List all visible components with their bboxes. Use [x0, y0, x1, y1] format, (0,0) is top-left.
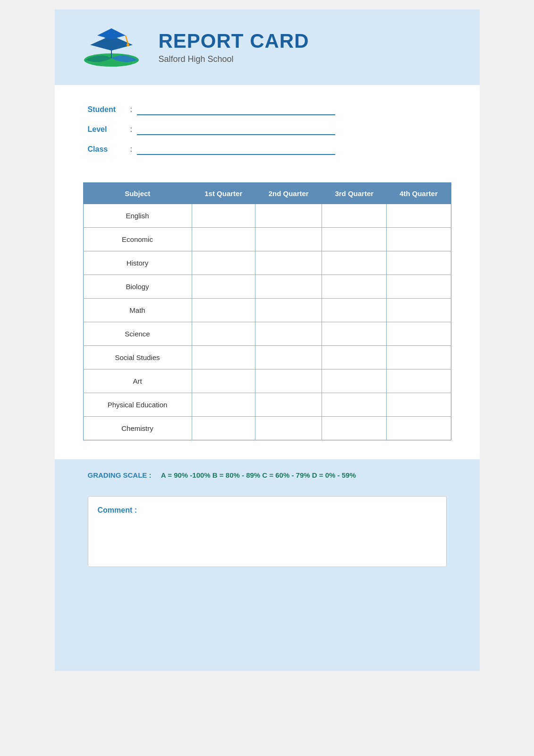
grade-q3-cell[interactable] — [322, 369, 387, 393]
col-q4: 4th Quarter — [387, 183, 451, 205]
grade-q4-cell[interactable] — [387, 299, 451, 322]
grade-q3-cell[interactable] — [322, 393, 387, 417]
grade-q3-cell[interactable] — [322, 228, 387, 251]
grade-q1-cell[interactable] — [192, 204, 255, 228]
subject-cell: Art — [83, 369, 192, 393]
grade-q4-cell[interactable] — [387, 251, 451, 275]
student-label: Student — [88, 105, 130, 114]
grade-q4-cell[interactable] — [387, 369, 451, 393]
grade-q2-cell[interactable] — [255, 204, 322, 228]
table-row: Physical Education — [83, 393, 451, 417]
subject-cell: Science — [83, 322, 192, 346]
grade-q2-cell[interactable] — [255, 369, 322, 393]
school-logo — [81, 26, 142, 69]
grade-q3-cell[interactable] — [322, 251, 387, 275]
subject-cell: Economic — [83, 228, 192, 251]
grade-q2-cell[interactable] — [255, 299, 322, 322]
table-row: Social Studies — [83, 346, 451, 369]
class-row: Class : — [88, 144, 447, 155]
grade-q4-cell[interactable] — [387, 204, 451, 228]
table-row: Biology — [83, 275, 451, 299]
subject-cell: Physical Education — [83, 393, 192, 417]
grade-q3-cell[interactable] — [322, 322, 387, 346]
table-row: History — [83, 251, 451, 275]
level-input[interactable] — [137, 124, 335, 135]
comment-label: Comment : — [98, 506, 437, 515]
table-row: Art — [83, 369, 451, 393]
grade-q1-cell[interactable] — [192, 346, 255, 369]
grade-q2-cell[interactable] — [255, 228, 322, 251]
subject-cell: Chemistry — [83, 417, 192, 440]
header-text: REPORT CARD Salford High School — [159, 30, 309, 64]
class-input[interactable] — [137, 144, 335, 155]
header-section: REPORT CARD Salford High School — [55, 9, 480, 85]
table-section: Subject 1st Quarter 2nd Quarter 3rd Quar… — [55, 178, 480, 455]
table-row: Science — [83, 322, 451, 346]
grade-q1-cell[interactable] — [192, 322, 255, 346]
level-row: Level : — [88, 124, 447, 135]
class-colon: : — [130, 145, 132, 154]
grade-q2-cell[interactable] — [255, 251, 322, 275]
grade-q3-cell[interactable] — [322, 417, 387, 440]
level-label: Level — [88, 125, 130, 134]
grade-q2-cell[interactable] — [255, 322, 322, 346]
grade-q2-cell[interactable] — [255, 417, 322, 440]
svg-point-5 — [127, 43, 129, 46]
grade-q1-cell[interactable] — [192, 369, 255, 393]
subject-cell: Math — [83, 299, 192, 322]
table-row: Chemistry — [83, 417, 451, 440]
table-header-row: Subject 1st Quarter 2nd Quarter 3rd Quar… — [83, 183, 451, 205]
footer-spacer — [55, 586, 480, 671]
student-row: Student : — [88, 104, 447, 115]
grade-q3-cell[interactable] — [322, 346, 387, 369]
grade-q3-cell[interactable] — [322, 275, 387, 299]
grading-values: A = 90% -100% B = 80% - 89% C = 60% - 79… — [161, 471, 356, 479]
col-q3: 3rd Quarter — [322, 183, 387, 205]
grade-q4-cell[interactable] — [387, 417, 451, 440]
comment-section: Comment : — [55, 491, 480, 586]
grade-q4-cell[interactable] — [387, 275, 451, 299]
subject-cell: Social Studies — [83, 346, 192, 369]
info-section: Student : Level : Class : — [55, 85, 480, 178]
table-row: Math — [83, 299, 451, 322]
report-card-page: REPORT CARD Salford High School Student … — [55, 9, 480, 671]
grade-q4-cell[interactable] — [387, 393, 451, 417]
school-name: Salford High School — [159, 54, 309, 64]
grade-q4-cell[interactable] — [387, 346, 451, 369]
grade-q4-cell[interactable] — [387, 228, 451, 251]
grade-q3-cell[interactable] — [322, 204, 387, 228]
class-label: Class — [88, 145, 130, 154]
grade-q1-cell[interactable] — [192, 228, 255, 251]
table-row: Economic — [83, 228, 451, 251]
col-subject: Subject — [83, 183, 192, 205]
grade-q1-cell[interactable] — [192, 393, 255, 417]
subject-cell: Biology — [83, 275, 192, 299]
grading-label: GRADING SCALE : — [88, 471, 152, 479]
col-q2: 2nd Quarter — [255, 183, 322, 205]
subject-cell: English — [83, 204, 192, 228]
level-colon: : — [130, 125, 132, 134]
svg-marker-3 — [97, 28, 126, 39]
grade-q4-cell[interactable] — [387, 322, 451, 346]
grade-q3-cell[interactable] — [322, 299, 387, 322]
grade-q1-cell[interactable] — [192, 299, 255, 322]
grade-q1-cell[interactable] — [192, 275, 255, 299]
table-row: English — [83, 204, 451, 228]
comment-box: Comment : — [88, 496, 447, 567]
student-colon: : — [130, 105, 132, 114]
grade-q2-cell[interactable] — [255, 346, 322, 369]
student-input[interactable] — [137, 104, 335, 115]
col-q1: 1st Quarter — [192, 183, 255, 205]
grade-q1-cell[interactable] — [192, 251, 255, 275]
grades-table: Subject 1st Quarter 2nd Quarter 3rd Quar… — [83, 182, 451, 440]
grading-scale: GRADING SCALE : A = 90% -100% B = 80% - … — [88, 471, 356, 479]
grade-q2-cell[interactable] — [255, 393, 322, 417]
grade-q2-cell[interactable] — [255, 275, 322, 299]
page-title: REPORT CARD — [159, 30, 309, 52]
logo-container — [78, 24, 144, 71]
subject-cell: History — [83, 251, 192, 275]
grading-section: GRADING SCALE : A = 90% -100% B = 80% - … — [55, 459, 480, 491]
grade-q1-cell[interactable] — [192, 417, 255, 440]
